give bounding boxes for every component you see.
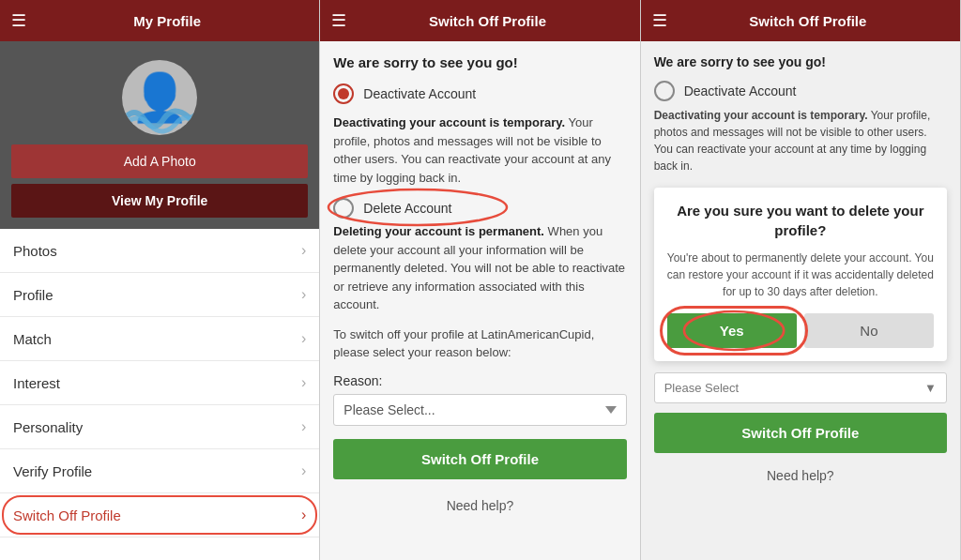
chevron-icon: › bbox=[301, 242, 306, 259]
panel2-title: Switch Off Profile bbox=[346, 13, 628, 29]
radio-fill bbox=[338, 88, 349, 99]
panel2-content: We are sorry to see you go! Deactivate A… bbox=[320, 41, 639, 560]
need-help-text: Need help? bbox=[333, 492, 626, 519]
deactivate-desc-bold: Deactivating your account is temporary. bbox=[333, 115, 565, 129]
menu-list: Photos › Profile › Match › Interest › Pe… bbox=[0, 229, 319, 560]
panel1-title: My Profile bbox=[26, 13, 308, 29]
add-photo-button[interactable]: Add A Photo bbox=[11, 144, 308, 178]
menu-item-interest[interactable]: Interest › bbox=[0, 361, 319, 405]
hamburger-icon[interactable]: ☰ bbox=[652, 10, 667, 31]
deactivate-label: Deactivate Account bbox=[363, 86, 476, 101]
menu-item-match[interactable]: Match › bbox=[0, 317, 319, 361]
delete-desc-bold: Deleting your account is permanent. bbox=[333, 224, 544, 238]
hamburger-icon[interactable]: ☰ bbox=[11, 10, 26, 31]
p3-select-chevron: ▼ bbox=[924, 381, 937, 395]
view-profile-button[interactable]: View My Profile bbox=[11, 184, 308, 218]
menu-label-switch-off: Switch Off Profile bbox=[13, 507, 121, 523]
hamburger-icon[interactable]: ☰ bbox=[331, 10, 346, 31]
menu-label-match: Match bbox=[13, 331, 52, 347]
menu-item-photos[interactable]: Photos › bbox=[0, 229, 319, 273]
chevron-icon: › bbox=[301, 462, 306, 479]
menu-item-verify-profile[interactable]: Verify Profile › bbox=[0, 449, 319, 493]
menu-item-profile[interactable]: Profile › bbox=[0, 273, 319, 317]
sorry-title: We are sorry to see you go! bbox=[333, 54, 626, 70]
menu-label-profile: Profile bbox=[13, 287, 53, 303]
menu-item-personality[interactable]: Personality › bbox=[0, 405, 319, 449]
avatar-section: 👤 Add A Photo View My Profile bbox=[0, 41, 319, 229]
modal-buttons: Yes No bbox=[667, 313, 934, 348]
no-button[interactable]: No bbox=[804, 313, 934, 348]
panel3-content: We are sorry to see you go! Deactivate A… bbox=[641, 41, 960, 560]
menu-label-verify-profile: Verify Profile bbox=[13, 463, 92, 479]
p3-switch-off-button[interactable]: Switch Off Profile bbox=[654, 413, 947, 453]
switch-text: To switch off your profile at LatinAmeri… bbox=[333, 325, 626, 362]
modal-desc: You're about to permanently delete your … bbox=[667, 250, 934, 300]
switch-off-button[interactable]: Switch Off Profile bbox=[333, 439, 626, 479]
menu-label-photos: Photos bbox=[13, 243, 57, 259]
p3-deactivate-desc: Deactivating your account is temporary. … bbox=[654, 107, 947, 174]
blue-scribble bbox=[122, 98, 197, 135]
deactivate-radio[interactable] bbox=[333, 83, 354, 104]
panel2-header: ☰ Switch Off Profile bbox=[320, 0, 639, 41]
p3-deactivate-radio[interactable] bbox=[654, 81, 675, 101]
panel1-header: ☰ My Profile bbox=[0, 0, 319, 41]
reason-select[interactable]: Please Select... bbox=[333, 394, 626, 426]
p3-deactivate-label: Deactivate Account bbox=[684, 83, 797, 98]
chevron-icon: › bbox=[301, 418, 306, 435]
panel-my-profile: ☰ My Profile 👤 Add A Photo View My Profi… bbox=[0, 0, 320, 560]
delete-desc: Deleting your account is permanent. When… bbox=[333, 222, 626, 314]
yes-button[interactable]: Yes bbox=[667, 313, 797, 348]
menu-item-switch-off[interactable]: Switch Off Profile › bbox=[0, 493, 319, 537]
delete-radio[interactable] bbox=[333, 198, 354, 219]
delete-confirm-modal: Are you sure you want to delete your pro… bbox=[654, 188, 947, 361]
panel-switch-off: ☰ Switch Off Profile We are sorry to see… bbox=[320, 0, 640, 560]
panel3-title: Switch Off Profile bbox=[667, 13, 949, 29]
delete-option[interactable]: Delete Account bbox=[333, 198, 626, 219]
deactivate-option[interactable]: Deactivate Account bbox=[333, 83, 626, 104]
panel-switch-off-dialog: ☰ Switch Off Profile We are sorry to see… bbox=[641, 0, 961, 560]
reason-label: Reason: bbox=[333, 373, 626, 388]
chevron-icon: › bbox=[301, 374, 306, 391]
p3-deactivate-option[interactable]: Deactivate Account bbox=[654, 81, 947, 101]
avatar: 👤 bbox=[122, 60, 197, 135]
chevron-icon: › bbox=[301, 507, 306, 523]
p3-need-help: Need help? bbox=[654, 462, 947, 489]
p3-please-select[interactable]: Please Select ▼ bbox=[654, 372, 947, 403]
p3-deactivate-desc-bold: Deactivating your account is temporary. bbox=[654, 109, 868, 122]
p3-select-label: Please Select bbox=[664, 381, 740, 395]
chevron-icon: › bbox=[301, 286, 306, 303]
menu-label-personality: Personality bbox=[13, 419, 83, 435]
chevron-icon: › bbox=[301, 330, 306, 347]
modal-title: Are you sure you want to delete your pro… bbox=[667, 201, 934, 240]
deactivate-desc: Deactivating your account is temporary. … bbox=[333, 114, 626, 187]
delete-label: Delete Account bbox=[363, 201, 451, 216]
p3-sorry: We are sorry to see you go! bbox=[654, 54, 947, 69]
panel3-header: ☰ Switch Off Profile bbox=[641, 0, 960, 41]
menu-label-interest: Interest bbox=[13, 375, 60, 391]
